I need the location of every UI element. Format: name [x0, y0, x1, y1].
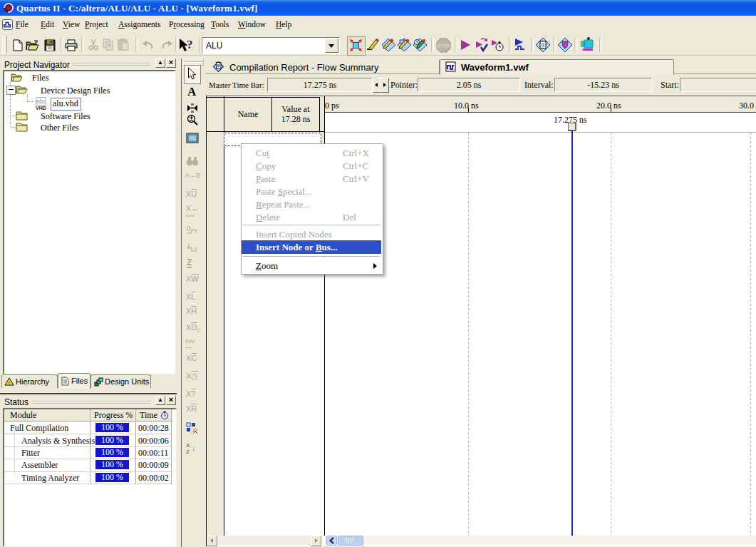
- svg-text:VHD: VHD: [36, 106, 46, 111]
- svg-text:1: 1: [187, 242, 191, 250]
- svg-text:abc: abc: [36, 98, 46, 105]
- svg-text:0: 0: [187, 224, 191, 232]
- svg-text:STOP: STOP: [437, 44, 450, 48]
